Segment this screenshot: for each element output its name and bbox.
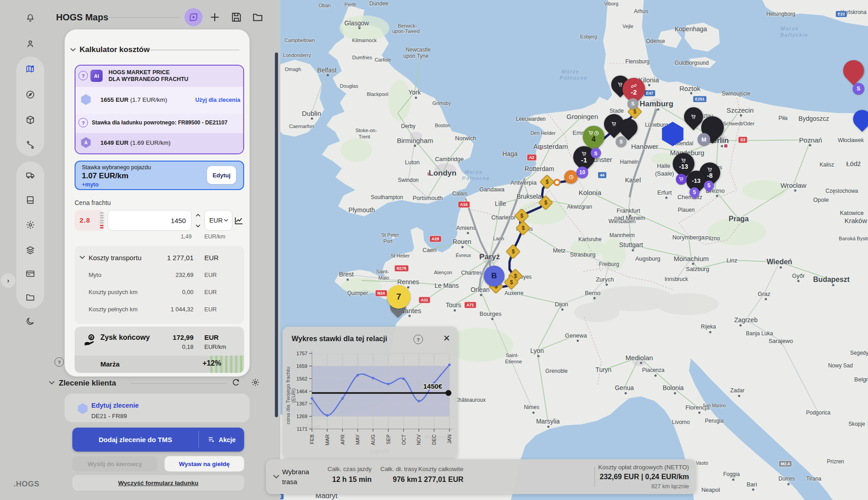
map-marker[interactable]: S: [591, 148, 601, 158]
line-chart-icon: [234, 216, 244, 225]
road-shield: N24: [375, 290, 387, 297]
map-city-label: Newcastle: [406, 47, 430, 53]
profit-label: Zysk końcowy: [100, 333, 150, 342]
user-icon: [25, 39, 35, 49]
order-collapse-icon[interactable]: [49, 381, 55, 385]
map-city-label: Hameln: [620, 159, 638, 165]
credit-card-icon: [25, 269, 35, 279]
publish-to-exchange-button[interactable]: Wystaw na giełdę: [165, 456, 244, 471]
map-marker[interactable]: S: [627, 98, 638, 109]
svg-text:1562: 1562: [297, 376, 307, 381]
map-city-label: Turyn: [595, 366, 611, 373]
svg-text:AUG: AUG: [370, 434, 376, 445]
map-city-label: Poznań: [799, 136, 822, 144]
map-city-label: Augsburg: [635, 255, 660, 262]
routes-nav-button[interactable]: [25, 140, 35, 150]
market-help-icon[interactable]: ?: [79, 71, 88, 81]
edit-order-link[interactable]: Edytuj zlecenie: [91, 402, 139, 409]
profile-button[interactable]: [25, 39, 35, 49]
ai-assistant-button[interactable]: [184, 8, 203, 26]
open-folder-button[interactable]: [252, 11, 264, 23]
hogs-logo: .HOGS: [14, 480, 39, 489]
calculator-section-title: Kalkulator kosztów: [80, 45, 150, 54]
actions-menu-button[interactable]: Akcje: [199, 428, 244, 452]
map-city-label: Bruksela: [517, 193, 541, 200]
profit-value: 172,99: [162, 333, 193, 341]
map-marker[interactable]: 10: [576, 167, 588, 178]
map-city-label: Piła: [778, 115, 788, 121]
billing-nav-button[interactable]: [25, 269, 35, 279]
map-city-label: Laon: [493, 236, 504, 241]
map-marker[interactable]: M: [698, 133, 710, 146]
map-city-label: Freiburg: [599, 261, 619, 267]
map-marker[interactable]: 7: [387, 285, 410, 309]
fleet-nav-button[interactable]: [25, 170, 35, 180]
section-collapse-icon[interactable]: [70, 48, 76, 52]
map-city-label: Oban: [319, 3, 331, 8]
toll-link[interactable]: +myto: [82, 181, 99, 188]
maps-nav-button[interactable]: [25, 64, 35, 74]
road-shield: A11: [419, 297, 430, 304]
map-city-label: Graz: [758, 290, 770, 297]
files-nav-button[interactable]: [25, 292, 35, 302]
settings-nav-button[interactable]: [25, 220, 35, 230]
documents-nav-button[interactable]: [25, 195, 35, 205]
road-shield: N175: [394, 265, 409, 272]
return-help-icon[interactable]: ?: [79, 118, 88, 128]
add-order-to-tms-button[interactable]: Dodaj zlecenie do TMS: [72, 428, 198, 452]
add-button[interactable]: [209, 11, 221, 23]
map-marker[interactable]: B: [484, 266, 505, 286]
order-settings-button[interactable]: [251, 378, 260, 389]
loads-nav-button[interactable]: [25, 115, 35, 125]
chevron-down-icon: [224, 219, 228, 222]
map-marker[interactable]: [553, 179, 561, 186]
map-city-label: Étienne: [505, 359, 522, 364]
road-shield: A2: [527, 154, 537, 161]
freight-price-input[interactable]: [108, 210, 192, 231]
map-city-label: Blackpool: [367, 91, 388, 97]
map-city-label: Swindon: [398, 177, 419, 183]
map-marker[interactable]: S: [616, 136, 627, 147]
panel-scrollbar[interactable]: [275, 52, 278, 417]
currency-select[interactable]: EUR: [204, 210, 232, 231]
cost-row-currency: EUR: [204, 271, 217, 278]
map-city-label: Flensburg: [625, 58, 649, 65]
map-city-label: Lille: [495, 200, 506, 207]
map-city-label: Dublin: [302, 110, 321, 117]
chart-help-icon[interactable]: ?: [414, 335, 423, 344]
map-city-label: Luton: [405, 159, 420, 166]
dark-mode-button[interactable]: [25, 316, 35, 326]
map-marker[interactable]: S: [853, 83, 864, 95]
map-city-label: Gandawa: [479, 186, 505, 193]
map-city-label: Grimsby: [433, 100, 451, 106]
chart-close-button[interactable]: ✕: [443, 334, 450, 343]
toll-distance: 827 km łącznie: [651, 483, 689, 490]
svg-text:1367: 1367: [297, 401, 307, 406]
panel-expander[interactable]: ›: [1, 273, 15, 288]
rate-chart-toggle-button[interactable]: [234, 216, 244, 227]
explore-nav-button[interactable]: [25, 90, 35, 100]
clear-form-button[interactable]: Wyczyść formularz ładunku: [72, 475, 244, 490]
layers-nav-button[interactable]: [25, 245, 35, 255]
map-city-label: Portsmouth: [413, 195, 443, 201]
map-marker[interactable]: [564, 170, 578, 184]
price-step-up-button[interactable]: [194, 212, 202, 218]
margin-value: +12%: [203, 359, 221, 367]
price-step-down-button[interactable]: [194, 223, 202, 229]
notifications-button[interactable]: [25, 13, 35, 23]
chevron-down-icon[interactable]: [273, 475, 279, 479]
vehicle-rate-label: Stawka wybranego pojazdu: [82, 164, 151, 171]
map-marker[interactable]: [676, 174, 687, 185]
margin-help-icon[interactable]: ?: [55, 357, 64, 367]
refresh-order-button[interactable]: [231, 378, 241, 389]
selected-route-bar: Wybrana trasa Całk. czas jazdy 12 h 15 m…: [266, 459, 696, 494]
save-button[interactable]: [231, 11, 242, 23]
map-city-label: Kilmarnock: [352, 38, 377, 43]
send-to-driver-button[interactable]: Wyślij do kierowcy: [72, 456, 157, 471]
map-city-label: Wrocław: [780, 181, 806, 189]
order-summary-card[interactable]: Edytuj zlecenie DE21 - FR89: [65, 394, 250, 422]
costs-collapse-icon[interactable]: [80, 256, 85, 259]
map-city-label: Charleroi: [491, 214, 515, 221]
use-for-order-link[interactable]: Użyj dla zlecenia: [195, 97, 240, 103]
edit-rate-button[interactable]: Edytuj: [207, 166, 236, 184]
